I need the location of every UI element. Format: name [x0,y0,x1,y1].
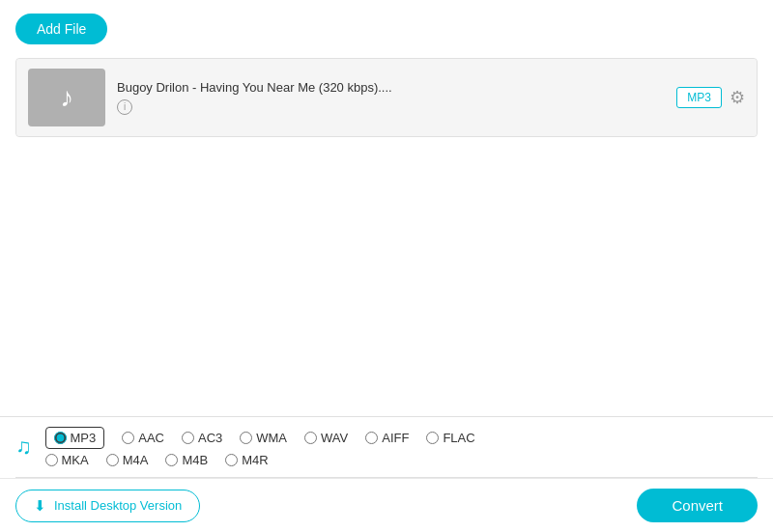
format-option-m4r[interactable]: M4R [225,453,268,467]
format-radio-aiff[interactable] [365,432,378,444]
format-radio-flac[interactable] [426,432,439,444]
format-radio-mka[interactable] [45,454,58,466]
format-label-m4r: M4R [242,453,268,467]
format-label-mka: MKA [62,453,89,467]
format-radio-m4r[interactable] [225,454,238,466]
bottom-panel: ♫ MP3 AAC AC3 WMA [0,416,773,532]
format-option-ac3[interactable]: AC3 [182,431,222,445]
file-actions: MP3 ⚙ [676,87,745,108]
format-option-aiff[interactable]: AIFF [365,431,409,445]
download-icon: ⬇ [34,497,46,515]
format-label-aac: AAC [138,431,164,445]
format-radio-wav[interactable] [304,432,317,444]
format-row-inner: MP3 AAC AC3 WMA WAV [45,427,479,467]
info-icon[interactable]: i [117,99,132,115]
format-label-mp3: MP3 [71,431,97,445]
format-line-2: MKA M4A M4B M4R [45,453,479,467]
format-row: ♫ MP3 AAC AC3 WMA [0,417,773,477]
format-option-aac[interactable]: AAC [122,431,164,445]
music-small-icon: ♫ [15,434,32,460]
install-label: Install Desktop Version [54,498,182,513]
add-file-button[interactable]: Add File [15,14,107,44]
format-option-mp3[interactable]: MP3 [45,427,105,449]
main-area [0,137,773,407]
format-label-m4b: M4B [182,453,208,467]
format-radio-m4a[interactable] [106,454,119,466]
format-badge: MP3 [676,87,722,108]
format-label-aiff: AIFF [382,431,409,445]
format-option-mka[interactable]: MKA [45,453,89,467]
format-label-m4a: M4A [123,453,149,467]
format-radio-ac3[interactable] [182,432,194,444]
file-item: ♪ Bugoy Drilon - Having You Near Me (320… [16,59,757,136]
format-radio-wma[interactable] [240,432,252,444]
bottom-actions: ⬇ Install Desktop Version Convert [0,478,773,532]
format-label-wav: WAV [321,431,348,445]
format-label-flac: FLAC [443,431,474,445]
install-button[interactable]: ⬇ Install Desktop Version [15,490,200,522]
music-note-icon: ♪ [60,82,73,113]
format-option-flac[interactable]: FLAC [426,431,474,445]
format-option-m4b[interactable]: M4B [165,453,208,467]
file-thumbnail: ♪ [28,69,105,126]
format-radio-aac[interactable] [122,432,134,444]
settings-icon[interactable]: ⚙ [730,87,745,108]
format-option-wav[interactable]: WAV [304,431,348,445]
convert-button[interactable]: Convert [637,489,758,522]
format-option-wma[interactable]: WMA [240,431,287,445]
format-radio-m4b[interactable] [165,454,178,466]
format-label-wma: WMA [256,431,287,445]
file-info: Bugoy Drilon - Having You Near Me (320 k… [117,80,665,115]
file-name: Bugoy Drilon - Having You Near Me (320 k… [117,80,665,95]
file-list: ♪ Bugoy Drilon - Having You Near Me (320… [15,58,758,137]
top-bar: Add File [0,0,773,58]
format-option-m4a[interactable]: M4A [106,453,149,467]
format-line-1: MP3 AAC AC3 WMA WAV [45,427,479,449]
format-label-ac3: AC3 [198,431,222,445]
format-radio-mp3[interactable] [54,432,67,444]
